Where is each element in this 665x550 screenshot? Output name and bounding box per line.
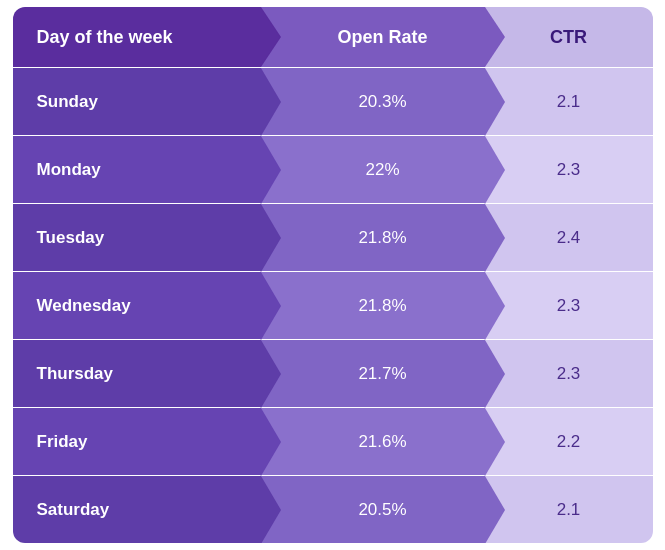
cell-ctr: 2.3 [485,272,653,339]
cell-ctr: 2.1 [485,476,653,543]
table-row: Wednesday 21.8% 2.3 [13,271,653,339]
table-row: Sunday 20.3% 2.1 [13,67,653,135]
header-open-rate: Open Rate [261,7,485,67]
table-body: Sunday 20.3% 2.1 Monday 22% 2.3 Tuesday … [13,67,653,543]
email-stats-table: Day of the week Open Rate CTR Sunday 20.… [13,7,653,543]
cell-day: Thursday [13,340,261,407]
cell-ctr: 2.4 [485,204,653,271]
cell-day: Monday [13,136,261,203]
cell-open-rate: 21.7% [261,340,485,407]
header-day-label: Day of the week [37,27,173,48]
table-row: Monday 22% 2.3 [13,135,653,203]
header-day: Day of the week [13,7,261,67]
header-ctr-label: CTR [550,27,587,48]
cell-open-rate: 21.8% [261,204,485,271]
cell-open-rate: 20.5% [261,476,485,543]
cell-ctr: 2.3 [485,340,653,407]
header-open-rate-label: Open Rate [337,27,427,48]
cell-open-rate: 21.8% [261,272,485,339]
table-header: Day of the week Open Rate CTR [13,7,653,67]
table-row: Tuesday 21.8% 2.4 [13,203,653,271]
cell-open-rate: 20.3% [261,68,485,135]
cell-day: Wednesday [13,272,261,339]
table-row: Thursday 21.7% 2.3 [13,339,653,407]
table-row: Saturday 20.5% 2.1 [13,475,653,543]
table-row: Friday 21.6% 2.2 [13,407,653,475]
cell-open-rate: 22% [261,136,485,203]
cell-ctr: 2.2 [485,408,653,475]
cell-day: Tuesday [13,204,261,271]
header-ctr: CTR [485,7,653,67]
cell-day: Saturday [13,476,261,543]
cell-ctr: 2.1 [485,68,653,135]
cell-ctr: 2.3 [485,136,653,203]
cell-open-rate: 21.6% [261,408,485,475]
cell-day: Friday [13,408,261,475]
cell-day: Sunday [13,68,261,135]
